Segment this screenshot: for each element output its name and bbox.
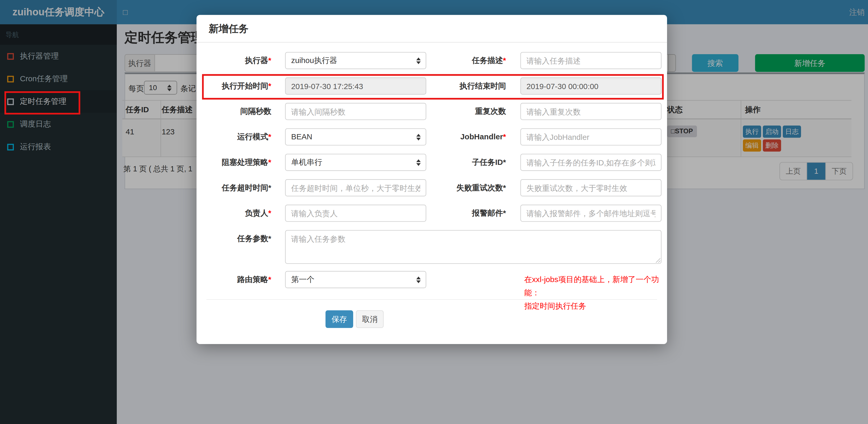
jobhandler-label: JobHandler* (407, 128, 506, 145)
add-task-modal: 新增任务 执行器* zuihou执行器 任务描述* 执行开始时间* 执行结束时间… (196, 15, 667, 344)
job-param-textarea[interactable] (285, 230, 661, 264)
modal-divider (207, 299, 657, 300)
modal-header: 新增任务 (196, 15, 667, 42)
child-job-id-input[interactable] (520, 154, 661, 171)
owner-input[interactable] (285, 205, 427, 222)
repeat-count-input[interactable] (520, 103, 661, 120)
cancel-button[interactable]: 取消 (356, 310, 384, 328)
alarm-email-input[interactable] (520, 205, 661, 222)
modal-title: 新增任务 (209, 22, 249, 35)
timeout-input[interactable] (285, 179, 427, 196)
end-time-input[interactable] (520, 77, 661, 95)
block-strategy-select[interactable]: 单机串行 (285, 154, 427, 171)
block-strategy-label: 阻塞处理策略* (196, 154, 271, 171)
repeat-count-label: 重复次数 (407, 103, 506, 120)
task-desc-input[interactable] (520, 52, 661, 69)
run-mode-select[interactable]: BEAN (285, 128, 427, 145)
executor-select[interactable]: zuihou执行器 (285, 52, 427, 69)
end-time-label: 执行结束时间 (407, 77, 506, 95)
alarm-email-label: 报警邮件* (407, 205, 506, 222)
feature-note-line1: 在xxl-jobs项目的基础上，新增了一个功能： (524, 273, 668, 299)
feature-note-line2: 指定时间执行任务 (524, 299, 668, 313)
jobhandler-input[interactable] (520, 128, 661, 145)
task-desc-label: 任务描述* (407, 52, 506, 69)
route-strategy-select[interactable]: 第一个 (285, 271, 427, 288)
run-mode-label: 运行模式* (196, 128, 271, 145)
job-param-label: 任务参数* (196, 230, 271, 247)
timeout-label: 任务超时时间* (196, 179, 271, 196)
start-time-label: 执行开始时间* (196, 77, 271, 95)
child-job-id-label: 子任务ID* (407, 154, 506, 171)
route-strategy-label: 路由策略* (196, 271, 271, 288)
executor-label: 执行器* (196, 52, 271, 69)
interval-seconds-input[interactable] (285, 103, 427, 120)
owner-label: 负责人* (196, 205, 271, 222)
fail-retry-input[interactable] (520, 179, 661, 196)
fail-retry-label: 失败重试次数* (407, 179, 506, 196)
interval-seconds-label: 间隔秒数 (196, 103, 271, 120)
feature-note: 在xxl-jobs项目的基础上，新增了一个功能： 指定时间执行任务 (524, 273, 668, 313)
app-window: zuihou任务调度中心 □ 注销 导航 执行器管理 Cron任务管理 定时任务… (0, 0, 868, 424)
start-time-input[interactable] (285, 77, 427, 95)
save-button[interactable]: 保存 (326, 310, 353, 328)
select-arrows-icon (416, 276, 421, 283)
